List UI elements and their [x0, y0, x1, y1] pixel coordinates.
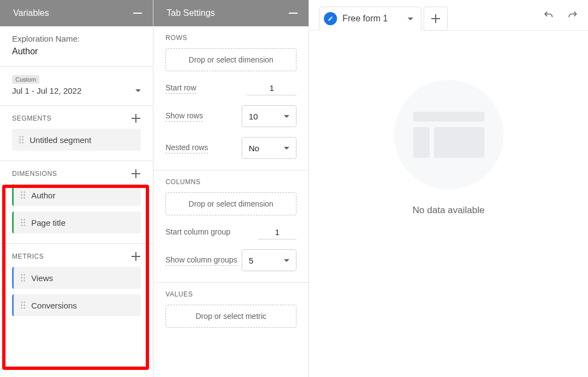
drag-handle-icon[interactable] [20, 191, 26, 199]
segments-label: SEGMENTS [12, 115, 52, 122]
placeholder-illustration [394, 80, 504, 190]
collapse-icon[interactable] [289, 13, 298, 14]
rows-drop-target[interactable]: Drop or select dimension [165, 48, 296, 71]
date-range-chip: Custom [12, 75, 39, 84]
exploration-name-label: Exploration Name: [12, 34, 141, 43]
redo-icon[interactable] [567, 10, 578, 21]
add-segment-button[interactable] [131, 113, 141, 123]
dimensions-label: DIMENSIONS [12, 170, 57, 178]
dimension-item-label: Page title [31, 218, 66, 227]
tab-settings-title: Tab Settings [167, 8, 215, 18]
metric-item-label: Conversions [31, 301, 77, 310]
show-column-groups-label: Show column groups [165, 255, 237, 266]
chevron-down-icon [284, 147, 289, 150]
date-range-text: Jul 1 - Jul 12, 2022 [12, 86, 82, 95]
chevron-down-icon [135, 89, 141, 92]
add-tab-button[interactable] [424, 7, 448, 31]
values-drop-target[interactable]: Drop or select metric [165, 305, 296, 328]
nested-rows-label: Nested rows [165, 143, 208, 153]
start-row-label: Start row [165, 83, 196, 94]
dimension-item-label: Author [31, 191, 55, 200]
plus-icon [431, 14, 441, 24]
start-column-input[interactable]: 1 [258, 225, 296, 239]
nested-rows-select[interactable]: No [242, 137, 296, 159]
chevron-down-icon [284, 115, 289, 118]
metric-item-label: Views [31, 273, 53, 283]
show-rows-label: Show rows [165, 111, 203, 122]
rows-label: ROWS [165, 34, 296, 42]
drag-handle-icon[interactable] [20, 218, 26, 227]
drag-handle-icon[interactable] [19, 135, 24, 144]
metric-item[interactable]: Conversions [12, 294, 141, 316]
date-range-picker[interactable]: Custom Jul 1 - Jul 12, 2022 [0, 67, 153, 106]
collapse-icon[interactable] [133, 13, 142, 14]
add-dimension-button[interactable] [131, 169, 141, 179]
segment-item-label: Untitled segment [30, 135, 92, 145]
start-row-input[interactable]: 1 [247, 81, 296, 95]
tab-settings-panel: Tab Settings ROWS Drop or select dimensi… [153, 0, 309, 377]
tab-label: Free form 1 [342, 14, 388, 24]
variables-panel: Variables Exploration Name: Author Custo… [0, 0, 153, 377]
tab-settings-header: Tab Settings [153, 0, 309, 26]
drag-handle-icon[interactable] [20, 301, 26, 310]
tab-free-form[interactable]: Free form 1 [319, 7, 421, 31]
exploration-canvas: Free form 1 [309, 0, 588, 377]
add-metric-button[interactable] [131, 252, 141, 261]
variables-panel-title: Variables [13, 8, 49, 18]
show-rows-select[interactable]: 10 [242, 105, 296, 127]
no-data-text: No data available [413, 205, 484, 216]
exploration-name-value[interactable]: Author [12, 47, 141, 56]
columns-drop-target[interactable]: Drop or select dimension [165, 192, 296, 215]
chevron-down-icon[interactable] [408, 18, 413, 20]
dimension-item[interactable]: Page title [12, 212, 141, 233]
undo-icon[interactable] [543, 10, 554, 21]
variables-panel-header: Variables [0, 0, 153, 26]
drag-handle-icon[interactable] [20, 273, 26, 282]
chevron-down-icon [284, 259, 289, 262]
show-column-groups-select[interactable]: 5 [242, 249, 296, 271]
values-label: VALUES [165, 290, 296, 298]
columns-label: COLUMNS [165, 178, 296, 186]
start-column-label: Start column group [165, 227, 230, 237]
empty-state: No data available [309, 80, 588, 216]
metric-item[interactable]: Views [12, 267, 141, 289]
metrics-label: METRICS [12, 253, 44, 260]
edit-icon [324, 12, 337, 25]
dimension-item[interactable]: Author [12, 184, 141, 206]
segment-item[interactable]: Untitled segment [12, 129, 141, 151]
